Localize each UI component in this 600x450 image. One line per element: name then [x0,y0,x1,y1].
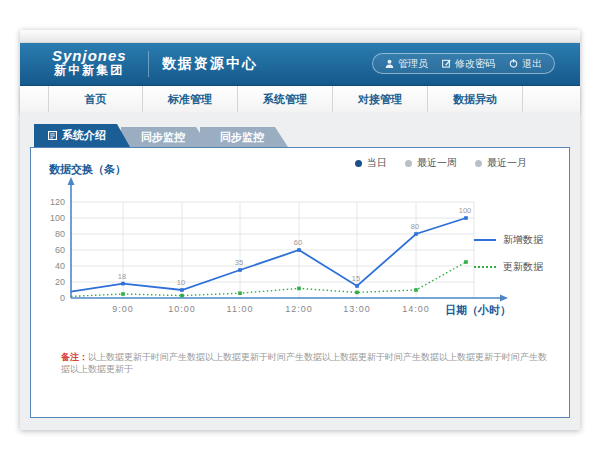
data-point [355,291,359,295]
chart-svg: 0204060801001209:0010:0011:0012:0013:001… [39,160,544,345]
y-axis-title: 数据交换（条） [48,163,126,176]
change-password-button[interactable]: 修改密码 [442,57,495,71]
legend-label: 新增数据 [503,233,543,247]
top-strip [20,30,580,43]
data-point [180,294,184,298]
main-nav: 首页 标准管理 系统管理 对接管理 数据异动 [20,86,580,112]
content-area: 系统介绍 同步监控 同步监控 当日 最近一周 [20,112,580,430]
nav-item-standard-mgmt[interactable]: 标准管理 [143,86,238,112]
logout-label: 退出 [522,57,542,71]
line-chart: 0204060801001209:0010:0011:0012:0013:001… [39,160,544,345]
tab-label: 系统介绍 [62,128,106,143]
nav-item-system-mgmt[interactable]: 系统管理 [238,86,333,112]
data-point [238,291,242,295]
y-tick-label: 0 [60,293,65,303]
y-tick-label: 20 [55,277,65,287]
y-tick-label: 120 [50,197,65,207]
header: Synjones 新中新集团 数据资源中心 管理员 修改密码 [20,43,580,86]
page: Synjones 新中新集团 数据资源中心 管理员 修改密码 [0,0,600,450]
header-divider [148,51,149,77]
data-point [464,216,468,220]
legend-entry-new-data: 新增数据 [474,233,543,247]
user-icon [385,59,394,68]
logo-en: Synjones [52,48,127,64]
legend-entry-updated-data: 更新数据 [474,260,543,274]
data-point [355,284,359,288]
logo: Synjones 新中新集团 [52,48,127,77]
series-line [71,218,466,292]
footnote: 备注：以上数据更新于时间产生数据以上数据更新于时间产生数据以上数据更新于时间产生… [61,351,553,375]
chart-legend: 新增数据 更新数据 [474,233,543,274]
data-point [297,248,301,252]
x-tick-label: 14:00 [402,304,430,314]
data-point [414,288,418,292]
y-tick-label: 80 [55,229,65,239]
tab-label: 同步监控 [220,130,264,145]
x-axis-title: 日期（小时） [445,304,511,317]
y-tick-label: 40 [55,261,65,271]
x-tick-label: 9:00 [112,304,134,314]
data-point [464,260,468,264]
legend-label: 更新数据 [503,260,543,274]
data-point [121,282,125,286]
logout-button[interactable]: 退出 [509,57,542,71]
nav-item-data-changes[interactable]: 数据异动 [428,86,523,112]
data-point-label: 15 [352,274,360,283]
series-line [71,262,466,296]
tab-system-intro[interactable]: 系统介绍 [34,124,130,147]
page-title: 数据资源中心 [162,55,258,73]
x-tick-label: 11:00 [227,304,254,314]
data-point-label: 35 [235,258,243,267]
footnote-label: 备注： [61,352,88,362]
data-point-label: 80 [411,222,419,231]
data-point-label: 60 [294,238,302,247]
nav-item-integration-mgmt[interactable]: 对接管理 [333,86,428,112]
tab-sync-monitor-1[interactable]: 同步监控 [121,127,209,147]
solid-line-icon [474,239,496,241]
data-point-label: 18 [118,272,126,281]
x-axis-arrow-icon [500,295,508,302]
x-tick-label: 12:00 [285,304,313,314]
change-password-label: 修改密码 [455,57,495,71]
data-point [238,268,242,272]
data-point-label: 10 [177,278,185,287]
app-window: Synjones 新中新集团 数据资源中心 管理员 修改密码 [20,30,580,430]
tab-label: 同步监控 [141,130,185,145]
edit-icon [442,59,451,68]
x-tick-label: 10:00 [168,304,196,314]
logo-cn: 新中新集团 [52,64,127,77]
tab-sync-monitor-2[interactable]: 同步监控 [200,127,288,147]
data-point-label: 100 [459,206,472,215]
footnote-text: 以上数据更新于时间产生数据以上数据更新于时间产生数据以上数据更新于时间产生数据以… [61,352,547,374]
form-icon [48,131,57,140]
data-point [414,232,418,236]
power-icon [509,59,518,68]
data-point [297,287,301,291]
data-point [121,292,125,296]
dotted-line-icon [474,266,496,268]
y-tick-label: 60 [55,245,65,255]
nav-item-home[interactable]: 首页 [48,86,143,112]
tab-bar: 系统介绍 同步监控 同步监控 [34,124,288,147]
admin-user-label: 管理员 [398,57,428,71]
y-tick-label: 100 [50,213,65,223]
y-axis-arrow-icon [68,177,75,185]
admin-user-button[interactable]: 管理员 [385,57,428,71]
x-tick-label: 13:00 [343,304,371,314]
data-point [180,288,184,292]
user-menu: 管理员 修改密码 退出 [372,53,555,74]
chart-panel: 当日 最近一周 最近一月 0204060801001209:0010:0011:… [30,147,570,418]
